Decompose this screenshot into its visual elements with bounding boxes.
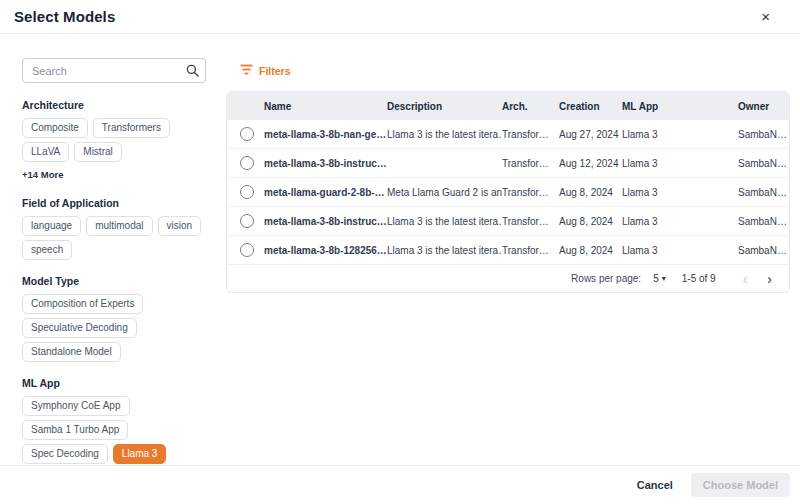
- page-range-label: 1-5 of 9: [682, 273, 716, 284]
- filter-chip-selected[interactable]: Llama 3: [113, 444, 167, 464]
- model-creation: Aug 8, 2024: [559, 187, 622, 198]
- dialog-header: Select Models ×: [0, 0, 800, 34]
- model-name: meta-llama-guard-2-8b-…: [264, 187, 387, 198]
- model-name: meta-llama-3-8b-instruc…: [264, 158, 387, 169]
- filter-section-model-type: Model Type Composition of Experts Specul…: [22, 275, 206, 362]
- model-ml-app: Llama 3: [622, 158, 738, 169]
- model-owner: SambaN…: [738, 245, 789, 256]
- filter-chip[interactable]: language: [22, 216, 81, 236]
- radio-button[interactable]: [240, 156, 254, 170]
- filter-chip[interactable]: Composite: [22, 118, 88, 138]
- section-title: Architecture: [22, 99, 206, 111]
- filter-sidebar: Architecture Composite Transformers LLaV…: [22, 58, 206, 465]
- previous-page-button[interactable]: ‹: [736, 272, 755, 286]
- model-ml-app: Llama 3: [622, 129, 738, 140]
- radio-button[interactable]: [240, 185, 254, 199]
- rows-per-page-value: 5: [653, 273, 659, 284]
- column-header-description: Description: [387, 101, 502, 112]
- model-owner: SambaN…: [738, 158, 789, 169]
- chevron-down-icon: ▾: [662, 274, 666, 283]
- filter-chip[interactable]: multimodal: [86, 216, 152, 236]
- model-arch: Transfor…: [502, 245, 559, 256]
- model-description: Llama 3 is the latest itera…: [387, 129, 502, 140]
- table-row[interactable]: meta-llama-guard-2-8b-… Meta Llama Guard…: [227, 178, 789, 207]
- filters-button[interactable]: Filters: [240, 62, 310, 79]
- filter-chip[interactable]: Spec Decoding: [22, 444, 108, 464]
- model-description: Meta Llama Guard 2 is an …: [387, 187, 502, 198]
- model-name: meta-llama-3-8b-128256…: [264, 245, 387, 256]
- model-owner: SambaN…: [738, 187, 789, 198]
- pagination-bar: Rows per page: 5 ▾ 1-5 of 9 ‹ ›: [227, 265, 789, 292]
- filter-chip[interactable]: Samba 1 Turbo App: [22, 420, 128, 440]
- table-row[interactable]: meta-llama-3-8b-nan-ge… Llama 3 is the l…: [227, 120, 789, 149]
- model-arch: Transfor…: [502, 187, 559, 198]
- chip-group: Symphony CoE App Samba 1 Turbo App Spec …: [22, 396, 206, 464]
- model-description: Llama 3 is the latest itera…: [387, 216, 502, 227]
- filter-chip[interactable]: Speculative Decoding: [22, 318, 137, 338]
- filter-chip[interactable]: Standalone Model: [22, 342, 121, 362]
- dialog-title: Select Models: [14, 8, 115, 25]
- column-header-arch: Arch.: [502, 101, 559, 112]
- dialog-body: Architecture Composite Transformers LLaV…: [0, 34, 800, 465]
- search-box: [22, 58, 206, 83]
- filter-funnel-icon: [240, 64, 253, 77]
- model-ml-app: Llama 3: [622, 245, 738, 256]
- model-creation: Aug 8, 2024: [559, 216, 622, 227]
- select-models-dialog: Select Models × Architecture Composite T…: [0, 0, 800, 504]
- model-arch: Transfor…: [502, 129, 559, 140]
- search-icon: [186, 63, 199, 81]
- model-description: Llama 3 is the latest itera…: [387, 245, 502, 256]
- chip-group: language multimodal vision speech: [22, 216, 206, 260]
- filter-chip[interactable]: vision: [158, 216, 202, 236]
- filter-section-architecture: Architecture Composite Transformers LLaV…: [22, 99, 206, 182]
- table-row[interactable]: meta-llama-3-8b-instruc… Llama 3 is the …: [227, 207, 789, 236]
- model-name: meta-llama-3-8b-nan-ge…: [264, 129, 387, 140]
- model-ml-app: Llama 3: [622, 216, 738, 227]
- table-header-row: Name Description Arch. Creation ML App O…: [227, 92, 789, 120]
- next-page-button[interactable]: ›: [760, 272, 779, 286]
- filter-section-ml-app: ML App Symphony CoE App Samba 1 Turbo Ap…: [22, 377, 206, 465]
- filter-chip[interactable]: Symphony CoE App: [22, 396, 130, 416]
- table-row[interactable]: meta-llama-3-8b-instruc… Transfor… Aug 1…: [227, 149, 789, 178]
- close-icon[interactable]: ×: [759, 7, 784, 26]
- filter-chip[interactable]: Transformers: [93, 118, 170, 138]
- radio-button[interactable]: [240, 214, 254, 228]
- filter-chip[interactable]: speech: [22, 240, 72, 260]
- radio-button[interactable]: [240, 127, 254, 141]
- model-owner: SambaN…: [738, 216, 789, 227]
- column-header-owner: Owner: [738, 101, 789, 112]
- section-title: ML App: [22, 377, 206, 389]
- dialog-footer: Cancel Choose Model: [0, 465, 800, 504]
- main-panel: Filters Name Description Arch. Creation …: [226, 58, 790, 465]
- rows-per-page-select[interactable]: 5 ▾: [653, 273, 666, 284]
- chip-group: Composite Transformers LLaVA Mistral: [22, 118, 206, 162]
- model-arch: Transfor…: [502, 158, 559, 169]
- section-title: Model Type: [22, 275, 206, 287]
- show-more-link[interactable]: +14 More: [22, 169, 63, 180]
- table-row[interactable]: meta-llama-3-8b-128256… Llama 3 is the l…: [227, 236, 789, 265]
- filter-section-field-of-application: Field of Application language multimodal…: [22, 197, 206, 260]
- model-owner: SambaN…: [738, 129, 789, 140]
- model-creation: Aug 27, 2024: [559, 129, 622, 140]
- chip-group: Composition of Experts Speculative Decod…: [22, 294, 206, 362]
- section-title: Field of Application: [22, 197, 206, 209]
- model-creation: Aug 8, 2024: [559, 245, 622, 256]
- filter-chip[interactable]: Mistral: [74, 142, 121, 162]
- filter-chip[interactable]: LLaVA: [22, 142, 69, 162]
- model-ml-app: Llama 3: [622, 187, 738, 198]
- search-input[interactable]: [22, 58, 206, 83]
- model-name: meta-llama-3-8b-instruc…: [264, 216, 387, 227]
- model-creation: Aug 12, 2024: [559, 158, 622, 169]
- model-arch: Transfor…: [502, 216, 559, 227]
- models-table: Name Description Arch. Creation ML App O…: [226, 91, 790, 293]
- column-header-ml-app: ML App: [622, 101, 738, 112]
- filter-chip[interactable]: Composition of Experts: [22, 294, 143, 314]
- column-header-creation: Creation: [559, 101, 622, 112]
- cancel-button[interactable]: Cancel: [637, 479, 673, 491]
- rows-per-page-label: Rows per page:: [571, 273, 641, 284]
- filters-button-label: Filters: [259, 65, 291, 77]
- choose-model-button[interactable]: Choose Model: [691, 473, 790, 497]
- column-header-name: Name: [264, 101, 387, 112]
- radio-button[interactable]: [240, 243, 254, 257]
